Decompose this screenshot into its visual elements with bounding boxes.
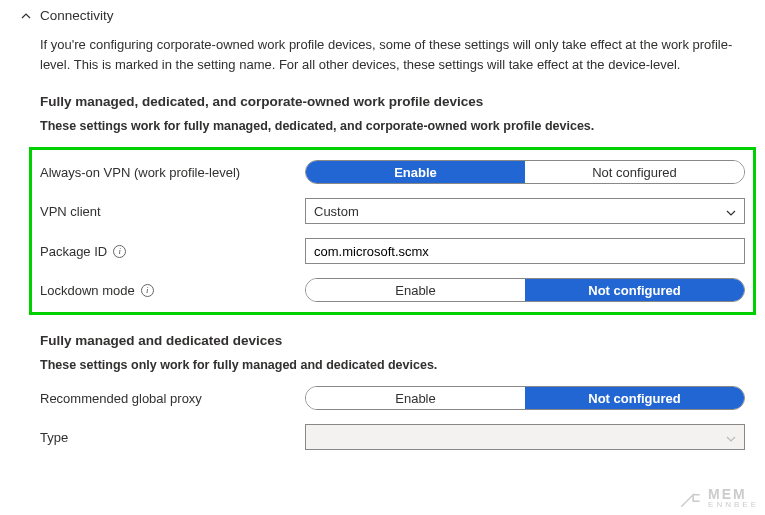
setting-lockdown-mode: Lockdown mode i Enable Not configured [40, 278, 745, 302]
lockdown-mode-label: Lockdown mode [40, 283, 135, 298]
section-toggle[interactable]: Connectivity [20, 8, 745, 23]
section-title: Connectivity [40, 8, 114, 23]
always-on-vpn-toggle[interactable]: Enable Not configured [305, 160, 745, 184]
setting-always-on-vpn: Always-on VPN (work profile-level) Enabl… [40, 160, 745, 184]
recommended-global-proxy-enable[interactable]: Enable [306, 387, 525, 409]
lockdown-mode-toggle[interactable]: Enable Not configured [305, 278, 745, 302]
chevron-down-icon [726, 206, 736, 216]
group2-heading: Fully managed and dedicated devices [40, 333, 745, 348]
recommended-global-proxy-label: Recommended global proxy [40, 391, 202, 406]
type-label: Type [40, 430, 68, 445]
always-on-vpn-enable[interactable]: Enable [306, 161, 525, 183]
chevron-down-icon [726, 432, 736, 442]
package-id-label: Package ID [40, 244, 107, 259]
recommended-global-proxy-toggle[interactable]: Enable Not configured [305, 386, 745, 410]
lockdown-mode-not-configured[interactable]: Not configured [525, 279, 744, 301]
vpn-client-select[interactable]: Custom [305, 198, 745, 224]
chevron-up-icon [20, 10, 32, 22]
group1-heading: Fully managed, dedicated, and corporate-… [40, 94, 745, 109]
recommended-global-proxy-not-configured[interactable]: Not configured [525, 387, 744, 409]
setting-package-id: Package ID i [40, 238, 745, 264]
lockdown-mode-enable[interactable]: Enable [306, 279, 525, 301]
highlighted-settings: Always-on VPN (work profile-level) Enabl… [29, 147, 756, 315]
vpn-client-value: Custom [314, 204, 359, 219]
group1-subdesc: These settings work for fully managed, d… [40, 119, 745, 133]
section-description: If you're configuring corporate-owned wo… [40, 35, 745, 74]
always-on-vpn-label: Always-on VPN (work profile-level) [40, 165, 240, 180]
info-icon[interactable]: i [141, 284, 154, 297]
setting-vpn-client: VPN client Custom [40, 198, 745, 224]
group2-subdesc: These settings only work for fully manag… [40, 358, 745, 372]
package-id-input[interactable] [305, 238, 745, 264]
info-icon[interactable]: i [113, 245, 126, 258]
setting-recommended-global-proxy: Recommended global proxy Enable Not conf… [40, 386, 745, 410]
type-select [305, 424, 745, 450]
vpn-client-label: VPN client [40, 204, 101, 219]
setting-type: Type [40, 424, 745, 450]
always-on-vpn-not-configured[interactable]: Not configured [525, 161, 744, 183]
